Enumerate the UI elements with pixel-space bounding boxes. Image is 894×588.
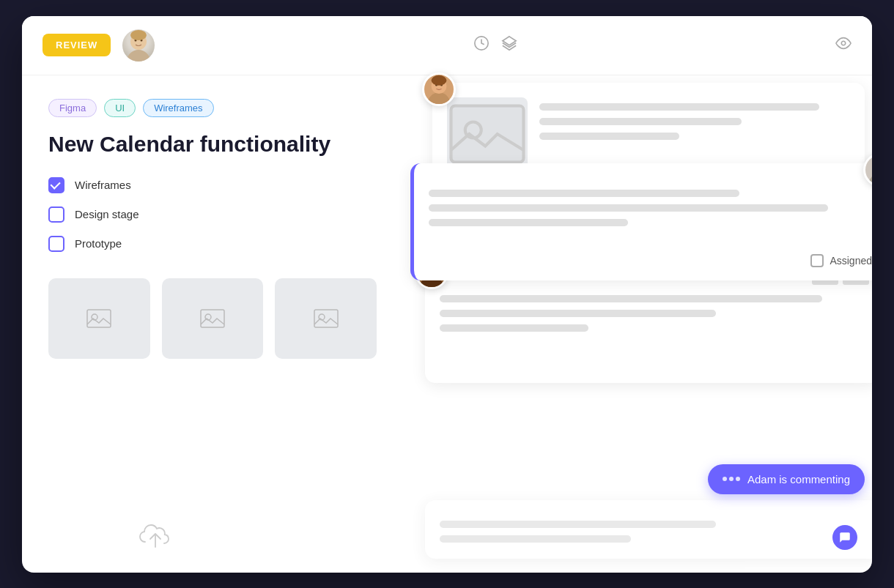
chat-icon[interactable] [832,525,857,550]
card-1-lines [539,97,850,140]
main-content: Figma UI Wireframes New Calendar functio… [22,75,872,573]
line [539,133,679,140]
thumbnail-3 [275,278,377,359]
dot-1 [723,477,727,481]
checklist-label-prototype: Prototype [75,237,122,250]
svg-point-21 [868,173,872,185]
checklist-item-prototype[interactable]: Prototype [48,236,377,252]
line [440,324,588,332]
line [440,521,716,528]
line [429,204,828,212]
typing-dots [723,477,740,481]
svg-point-4 [130,30,147,40]
svg-rect-10 [201,310,224,327]
view-icon[interactable] [835,35,851,55]
svg-point-18 [432,75,447,85]
checkbox-wireframes[interactable] [48,177,64,193]
checklist: Wireframes Design stage Prototype [48,177,377,252]
tag-ui[interactable]: UI [104,99,136,117]
checklist-label-design: Design stage [75,208,139,220]
comment-bubble: Adam is commenting [708,464,865,494]
thumbnails [48,278,377,359]
upload-area[interactable] [139,521,171,551]
line [539,118,742,125]
tags: Figma UI Wireframes [48,99,377,117]
card-1-inner [447,97,850,171]
svg-point-14 [427,92,450,104]
assigned-label: Assigned [830,255,872,267]
page-title: New Calendar functionality [48,132,377,157]
header: REVIEW [22,16,872,75]
thumbnail-2 [162,278,264,359]
line [429,190,739,197]
tag-wireframes[interactable]: Wireframes [143,99,213,117]
svg-rect-19 [451,105,524,162]
checkbox-prototype[interactable] [48,236,64,252]
line [429,219,628,226]
assigned-checkbox[interactable] [810,254,824,267]
right-panel: Assigned [403,75,872,573]
thumbnail-1 [48,278,150,359]
dot-2 [729,477,734,481]
app-window: REVIEW [22,16,872,573]
comment-text: Adam is commenting [747,473,850,485]
card-4-lines [440,515,865,543]
svg-rect-8 [87,310,111,327]
header-center [166,35,824,55]
line [539,103,819,111]
assigned-badge: Assigned [810,254,872,267]
avatar [122,29,155,62]
card-3-lines [440,280,865,332]
line [440,310,716,317]
history-icon[interactable] [473,35,490,55]
card-3 [425,266,872,383]
checklist-item-wireframes[interactable]: Wireframes [48,177,377,193]
svg-point-0 [127,50,150,62]
line [440,295,822,302]
card-2: Assigned [410,163,872,280]
review-badge[interactable]: REVIEW [43,34,111,56]
checkbox-design[interactable] [48,206,64,223]
card-1-image [447,97,528,171]
line [440,535,631,543]
checklist-item-design[interactable]: Design stage [48,206,377,223]
card-4 [425,500,872,559]
left-panel: Figma UI Wireframes New Calendar functio… [22,75,403,573]
dot-3 [736,477,740,481]
header-icons [835,35,851,55]
card-2-lines [429,178,872,226]
avatar-user-1 [422,72,456,106]
checklist-label-wireframes: Wireframes [75,179,131,191]
tag-figma[interactable]: Figma [48,99,97,117]
svg-point-7 [841,41,846,45]
svg-rect-12 [314,310,338,327]
layers-icon[interactable] [501,35,517,55]
